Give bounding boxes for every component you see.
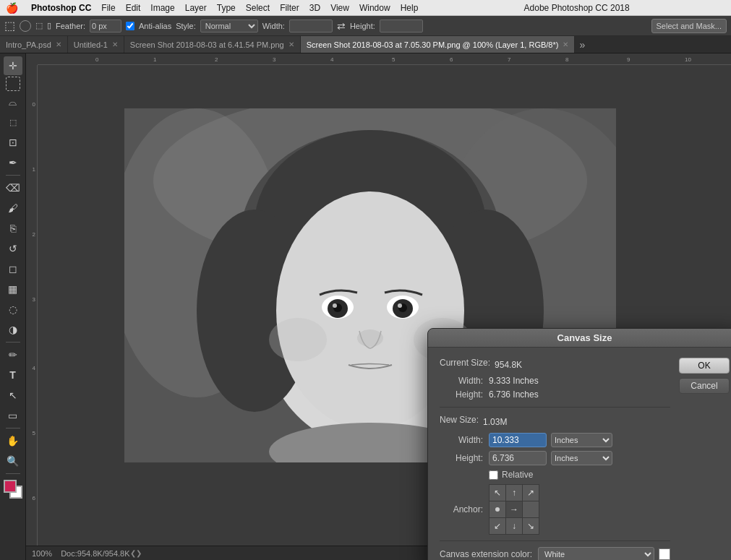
select-and-mask-button[interactable]: Select and Mask... bbox=[651, 19, 727, 33]
menu-help[interactable]: Help bbox=[401, 3, 419, 13]
zoom-tool[interactable]: 🔍 bbox=[4, 452, 22, 470]
menu-layer[interactable]: Layer bbox=[185, 3, 207, 13]
tab-screenshot2[interactable]: Screen Shot 2018-08-03 at 7.05.30 PM.png… bbox=[301, 36, 576, 53]
anchor-bot-left[interactable]: ↙ bbox=[490, 518, 505, 534]
quick-select-tool[interactable]: ⬚ bbox=[4, 113, 22, 132]
current-width-row: Width: 9.333 Inches bbox=[440, 376, 670, 386]
feather-input[interactable] bbox=[90, 20, 121, 33]
tool-separator-2 bbox=[6, 342, 20, 343]
menu-edit[interactable]: Edit bbox=[126, 3, 141, 13]
eyedropper-tool[interactable]: ✒ bbox=[4, 153, 22, 172]
current-size-label: Current Size: bbox=[440, 358, 490, 368]
new-size-value: 1.03M bbox=[483, 417, 507, 427]
anchor-bot-center[interactable]: ↓ bbox=[506, 518, 522, 534]
apple-menu-icon[interactable]: 🍎 bbox=[6, 2, 18, 14]
tab-label: Screen Shot 2018-08-03 at 6.41.54 PM.png bbox=[130, 40, 284, 49]
shape-tool[interactable]: ▭ bbox=[4, 406, 22, 425]
type-tool[interactable]: T bbox=[4, 366, 22, 384]
gradient-tool[interactable]: ▦ bbox=[4, 280, 22, 298]
tab-close-intro[interactable]: ✕ bbox=[56, 40, 61, 48]
anchor-mid-right[interactable] bbox=[523, 501, 539, 517]
window-title: Adobe Photoshop CC 2018 bbox=[428, 3, 725, 13]
pen-tool[interactable]: ✏ bbox=[4, 345, 22, 364]
anchor-tc-arrow: ↑ bbox=[512, 488, 516, 498]
brush-tool[interactable]: 🖌 bbox=[4, 199, 22, 217]
new-size-row: New Size: 1.03M bbox=[440, 415, 670, 429]
width-unit-select[interactable]: Inches Pixels Cm Mm Points Picas Percent bbox=[551, 433, 612, 447]
anchor-bot-right[interactable]: ↘ bbox=[523, 518, 539, 534]
tab-intro-pa[interactable]: Intro_PA.psd ✕ bbox=[0, 36, 68, 53]
blur-tool[interactable]: ◌ bbox=[4, 300, 22, 319]
new-height-row: Height: Inches Pixels Cm Mm Points Picas bbox=[440, 451, 670, 465]
anchor-ml-dot bbox=[495, 507, 500, 512]
new-height-input[interactable] bbox=[489, 451, 547, 465]
width-input[interactable] bbox=[289, 20, 333, 33]
anchor-mid-left[interactable] bbox=[490, 501, 505, 517]
style-select[interactable]: Normal Fixed Ratio Fixed Size bbox=[200, 20, 258, 33]
relative-checkbox[interactable] bbox=[489, 470, 498, 480]
dialog-body: Current Size: 954.8K Width: 9.333 Inches… bbox=[428, 348, 731, 560]
foreground-color-swatch[interactable] bbox=[4, 480, 17, 493]
main-area: ✛ ⌓ ⬚ ⊡ ✒ ⌫ 🖌 ⎘ ↺ ◻ ▦ ◌ ◑ ✏ T ↖ ▭ ✋ 🔍 bbox=[0, 53, 731, 560]
antialias-label: Anti-alias bbox=[139, 22, 171, 30]
tab-close-shot2[interactable]: ✕ bbox=[563, 40, 568, 48]
height-input[interactable] bbox=[380, 20, 423, 33]
menu-file[interactable]: File bbox=[101, 3, 115, 13]
width-label: Width: bbox=[262, 22, 285, 30]
ext-color-select[interactable]: White Black Gray Foreground Background O… bbox=[538, 547, 654, 560]
menu-filter[interactable]: Filter bbox=[280, 3, 299, 13]
dialog-fields: Current Size: 954.8K Width: 9.333 Inches… bbox=[440, 358, 670, 560]
anchor-top-center[interactable]: ↑ bbox=[506, 485, 522, 501]
move-tool[interactable]: ✛ bbox=[4, 56, 22, 75]
menu-type[interactable]: Type bbox=[217, 3, 236, 13]
select-tool-ellipse-icon[interactable] bbox=[20, 20, 31, 32]
dialog-titlebar: Canvas Size bbox=[428, 329, 731, 348]
menu-select[interactable]: Select bbox=[246, 3, 270, 13]
healing-tool[interactable]: ⌫ bbox=[4, 178, 22, 197]
history-brush-tool[interactable]: ↺ bbox=[4, 239, 22, 258]
marquee-tool[interactable] bbox=[6, 77, 20, 91]
tool-separator-4 bbox=[6, 473, 20, 474]
select-tool-col-icon[interactable]: ▯ bbox=[47, 21, 51, 30]
tool-separator-3 bbox=[6, 428, 20, 428]
anchor-mid-center[interactable]: → bbox=[506, 501, 522, 517]
style-label: Style: bbox=[176, 22, 196, 30]
new-width-input[interactable] bbox=[489, 433, 547, 447]
menu-image[interactable]: Image bbox=[150, 3, 174, 13]
current-height-value: 6.736 Inches bbox=[489, 389, 539, 400]
color-swatches[interactable] bbox=[4, 480, 22, 499]
antialias-checkbox[interactable] bbox=[126, 22, 134, 30]
tab-untitled[interactable]: Untitled-1 ✕ bbox=[68, 36, 124, 53]
new-width-row: Width: Inches Pixels Cm Mm Points Picas bbox=[440, 433, 670, 447]
current-size-row: Current Size: 954.8K bbox=[440, 358, 670, 372]
lasso-tool[interactable]: ⌓ bbox=[4, 92, 22, 111]
dialog-buttons: OK Cancel bbox=[679, 358, 730, 560]
clone-tool[interactable]: ⎘ bbox=[4, 219, 22, 238]
dodge-tool[interactable]: ◑ bbox=[4, 320, 22, 339]
anchor-top-right[interactable]: ↗ bbox=[523, 485, 539, 501]
menu-window[interactable]: Window bbox=[359, 3, 390, 13]
hand-tool[interactable]: ✋ bbox=[4, 431, 22, 450]
tab-screenshot1[interactable]: Screen Shot 2018-08-03 at 6.41.54 PM.png… bbox=[124, 36, 301, 53]
anchor-top-left[interactable]: ↖ bbox=[490, 485, 505, 501]
canvas-size-dialog: Canvas Size Current Size: 954.8K Width: bbox=[427, 328, 731, 560]
select-tool-rect-icon[interactable]: ⬚ bbox=[4, 19, 15, 33]
crop-tool[interactable]: ⊡ bbox=[4, 133, 22, 152]
tab-label: Untitled-1 bbox=[74, 40, 108, 49]
ok-button[interactable]: OK bbox=[679, 358, 730, 374]
menu-3d[interactable]: 3D bbox=[309, 3, 320, 13]
ext-color-label: Canvas extension color: bbox=[440, 549, 532, 559]
cancel-button[interactable]: Cancel bbox=[679, 378, 730, 394]
eraser-tool[interactable]: ◻ bbox=[4, 259, 22, 278]
relative-row: Relative bbox=[489, 470, 670, 480]
swap-icon[interactable]: ⇄ bbox=[337, 20, 346, 32]
height-unit-select[interactable]: Inches Pixels Cm Mm Points Picas Percent bbox=[551, 451, 612, 465]
tab-close-untitled[interactable]: ✕ bbox=[112, 40, 118, 48]
tab-close-shot1[interactable]: ✕ bbox=[288, 40, 294, 48]
path-selection-tool[interactable]: ↖ bbox=[4, 386, 22, 405]
ext-color-swatch[interactable] bbox=[659, 548, 670, 560]
menu-view[interactable]: View bbox=[330, 3, 349, 13]
select-tool-row-icon[interactable]: ⬚ bbox=[35, 21, 43, 30]
app-name-menu[interactable]: Photoshop CC bbox=[31, 3, 91, 13]
tabs-overflow-button[interactable]: » bbox=[575, 36, 589, 53]
